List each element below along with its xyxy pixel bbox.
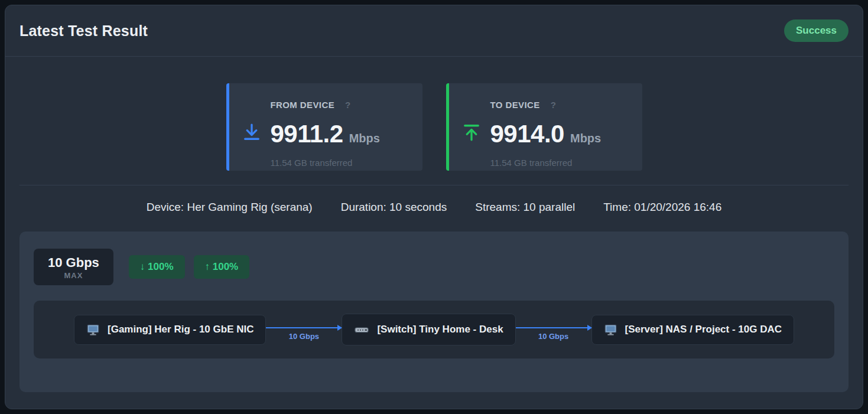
path-node-label: [Server] NAS / Project - 10G DAC xyxy=(625,324,782,335)
link-speed-label: 10 Gbps xyxy=(289,332,319,341)
from-device-value-row: 9911.2 Mbps xyxy=(271,120,408,148)
arrow-right-icon xyxy=(266,327,342,328)
upload-icon xyxy=(461,122,490,143)
upload-speed-unit: Mbps xyxy=(570,132,601,145)
max-speed-value: 10 Gbps xyxy=(48,255,99,270)
status-badge: Success xyxy=(784,19,849,42)
download-speed-unit: Mbps xyxy=(349,132,380,145)
help-icon[interactable]: ? xyxy=(551,100,556,110)
max-speed-box: 10 Gbps MAX xyxy=(34,249,113,285)
stat-card-from-device: FROM DEVICE ? 9911.2 Mbps 11.54 GB trans… xyxy=(226,83,422,171)
meta-duration: Duration: 10 seconds xyxy=(341,201,447,214)
meta-time: Time: 01/20/2026 16:46 xyxy=(603,201,721,214)
from-device-label-row: FROM DEVICE ? xyxy=(271,100,408,110)
path-node-label: [Gaming] Her Rig - 10 GbE NIC xyxy=(108,324,253,335)
download-speed-value: 9911.2 xyxy=(271,120,343,148)
path-panel-top-row: 10 Gbps MAX ↓ 100% ↑ 100% xyxy=(34,249,834,285)
to-device-value-row: 9914.0 Mbps xyxy=(490,120,628,148)
path-node-gaming-rig: [Gaming] Her Rig - 10 GbE NIC xyxy=(74,315,266,345)
path-node-server: [Server] NAS / Project - 10G DAC xyxy=(591,315,794,345)
link-speed-label: 10 Gbps xyxy=(538,332,568,341)
network-path-panel: 10 Gbps MAX ↓ 100% ↑ 100% [Gaming] H xyxy=(19,232,849,392)
upload-speed-value: 9914.0 xyxy=(490,120,564,148)
network-path-diagram: [Gaming] Her Rig - 10 GbE NIC 10 Gbps [S xyxy=(34,301,834,358)
arrow-right-icon xyxy=(516,327,591,328)
download-percent-badge: ↓ 100% xyxy=(129,255,185,279)
stats-row: FROM DEVICE ? 9911.2 Mbps 11.54 GB trans… xyxy=(19,57,849,185)
path-link-1: 10 Gbps xyxy=(266,319,342,341)
switch-icon xyxy=(354,322,369,337)
download-icon xyxy=(241,122,271,143)
panel-header: Latest Test Result Success xyxy=(5,5,863,57)
meta-streams: Streams: 10 parallel xyxy=(475,201,575,214)
desktop-icon xyxy=(86,323,100,337)
path-node-switch: [Switch] Tiny Home - Desk xyxy=(342,314,515,345)
percentage-badges: ↓ 100% ↑ 100% xyxy=(129,255,249,279)
meta-device: Device: Her Gaming Rig (serana) xyxy=(147,201,313,214)
latest-test-result-panel: Latest Test Result Success FROM DEVICE ?… xyxy=(5,5,863,409)
max-speed-label: MAX xyxy=(48,271,99,280)
from-device-label: FROM DEVICE xyxy=(271,100,335,110)
page-title: Latest Test Result xyxy=(19,22,148,40)
to-device-label-row: TO DEVICE ? xyxy=(490,100,628,110)
server-icon xyxy=(604,323,617,337)
upload-transferred-label: 11.54 GB transferred xyxy=(490,158,628,168)
to-device-label: TO DEVICE xyxy=(490,100,540,110)
download-transferred-label: 11.54 GB transferred xyxy=(271,158,408,168)
path-link-2: 10 Gbps xyxy=(516,319,591,341)
upload-percent-badge: ↑ 100% xyxy=(194,255,250,279)
help-icon[interactable]: ? xyxy=(345,100,350,110)
test-meta-row: Device: Her Gaming Rig (serana) Duration… xyxy=(5,185,863,232)
stat-card-to-device: TO DEVICE ? 9914.0 Mbps 11.54 GB transfe… xyxy=(446,83,642,171)
path-node-label: [Switch] Tiny Home - Desk xyxy=(377,324,503,335)
